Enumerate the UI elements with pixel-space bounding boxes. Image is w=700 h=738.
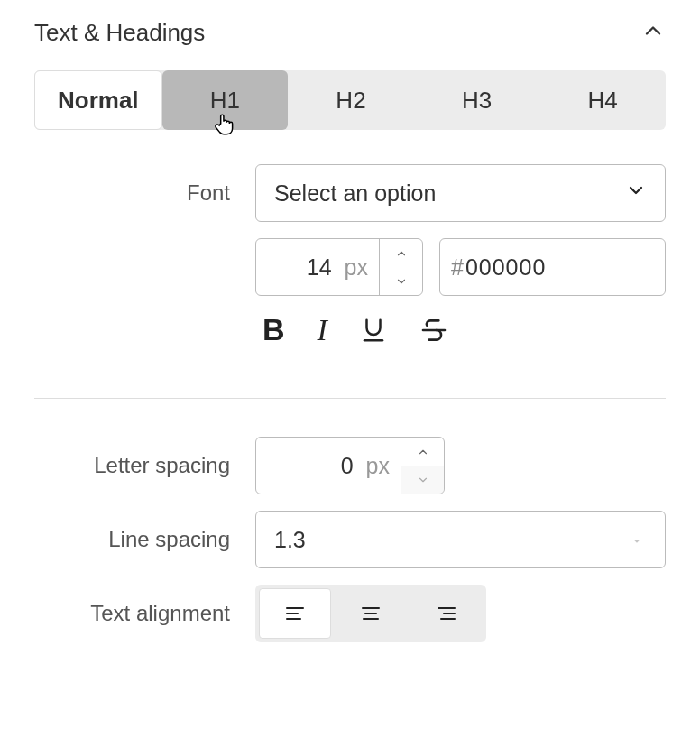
- underline-button[interactable]: [360, 312, 387, 347]
- tab-h2[interactable]: H2: [288, 70, 414, 130]
- letter-spacing-unit: px: [363, 438, 401, 494]
- section-header[interactable]: Text & Headings: [34, 18, 666, 47]
- align-left-button[interactable]: [259, 588, 331, 639]
- font-size-stepper: px: [255, 238, 423, 296]
- text-style-buttons: B I: [255, 312, 448, 347]
- font-color-field: #: [439, 238, 666, 296]
- align-center-button[interactable]: [335, 588, 407, 639]
- line-spacing-label: Line spacing: [34, 527, 255, 552]
- color-hash: #: [440, 239, 464, 295]
- font-size-down[interactable]: [380, 267, 422, 295]
- letter-spacing-down[interactable]: [401, 466, 444, 494]
- strikethrough-button[interactable]: [419, 312, 448, 347]
- text-alignment-label: Text alignment: [34, 601, 255, 626]
- font-size-unit: px: [341, 239, 379, 295]
- line-spacing-select[interactable]: 1.3: [255, 511, 666, 568]
- letter-spacing-input[interactable]: [256, 438, 363, 494]
- pointer-cursor-icon: [213, 112, 236, 143]
- tab-h3[interactable]: H3: [414, 70, 540, 130]
- font-label: Font: [34, 180, 255, 206]
- section-title: Text & Headings: [34, 19, 205, 47]
- chevron-up-icon: [640, 18, 666, 47]
- letter-spacing-stepper: px: [255, 437, 445, 494]
- caret-down-icon: [631, 527, 643, 553]
- font-family-select[interactable]: Select an option: [255, 164, 666, 222]
- font-size-up[interactable]: [380, 239, 422, 267]
- align-right-button[interactable]: [410, 588, 483, 639]
- chevron-down-icon: [625, 180, 647, 207]
- letter-spacing-label: Letter spacing: [34, 453, 255, 478]
- bold-button[interactable]: B: [262, 312, 285, 347]
- tab-h4[interactable]: H4: [539, 70, 666, 130]
- font-family-value: Select an option: [274, 180, 436, 207]
- text-headings-panel: Text & Headings Normal H1 H2 H3 H4 Font …: [0, 0, 700, 668]
- tab-normal[interactable]: Normal: [34, 70, 162, 130]
- divider: [34, 398, 666, 399]
- font-size-input[interactable]: [256, 239, 341, 295]
- heading-tabs: Normal H1 H2 H3 H4: [34, 70, 666, 130]
- italic-button[interactable]: I: [318, 312, 327, 347]
- tab-h1[interactable]: H1: [162, 70, 289, 130]
- color-hex-input[interactable]: [464, 239, 666, 295]
- letter-spacing-up[interactable]: [401, 438, 444, 466]
- line-spacing-value: 1.3: [274, 527, 306, 553]
- text-align-group: [255, 585, 486, 642]
